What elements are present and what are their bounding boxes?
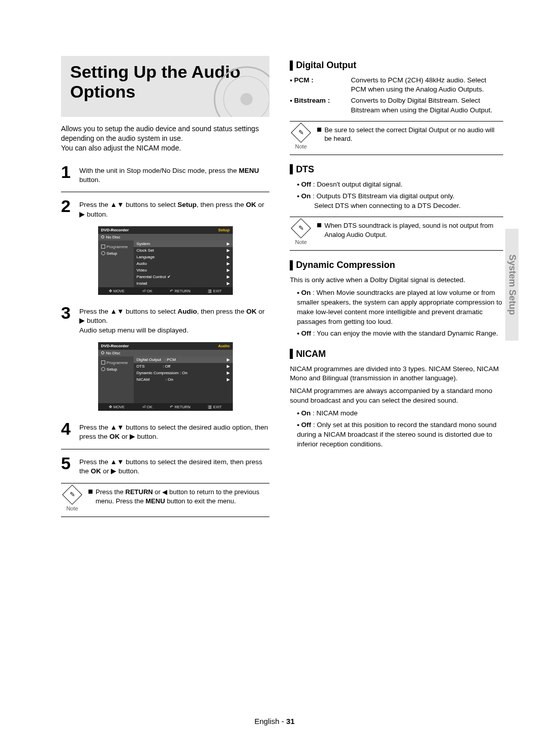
step-number: 3 [61, 304, 75, 335]
side-tab: System Setup [505, 229, 518, 341]
heading-dts: DTS [290, 164, 503, 175]
disc-status-icon [101, 235, 104, 238]
updown-icon: ▲▼ [110, 200, 124, 209]
heading-dynamic-compression: Dynamic Compression [290, 260, 503, 270]
osd-screenshot-audio: DVD-RecorderAudio No Disc Programme Setu… [98, 342, 233, 411]
heading-bar-icon [290, 349, 293, 359]
intro-text: Allows you to setup the audio device and… [61, 124, 269, 153]
note-label: Note [61, 505, 83, 512]
step-number: 5 [61, 455, 75, 476]
nicam-off: • Off : Only set at this position to rec… [290, 420, 503, 449]
step-1: 1 With the unit in Stop mode/No Disc mod… [61, 164, 269, 185]
note-return-menu: ✎ Note Press the RETURN or ◀ button to r… [61, 483, 269, 517]
note-icon: ✎ [62, 485, 82, 505]
dts-on: • On : Outputs DTS Bitstream via digital… [290, 192, 503, 211]
programme-icon [101, 245, 105, 249]
note-icon: ✎ [291, 219, 311, 239]
note-digital-output: ✎ Note Be sure to select the correct Dig… [290, 121, 503, 155]
exit-hint: ▥ EXIT [208, 289, 222, 293]
exit-hint: ▥ EXIT [208, 405, 222, 409]
dts-off: • Off : Doesn't output digital signal. [290, 180, 503, 190]
osd-sidebar: Programme Setup [98, 356, 134, 403]
right-column: Digital Output • PCM : Converts to PCM (… [290, 56, 503, 526]
dyn-off: • Off : You can enjoy the movie with the… [290, 329, 503, 339]
page-footer: English - 31 [0, 717, 549, 725]
step-4: 4 Press the ▲▼ buttons to select the des… [61, 421, 269, 442]
def-pcm: • PCM : Converts to PCM (2CH) 48kHz audi… [290, 76, 503, 94]
return-hint: ↶ RETURN [170, 289, 190, 293]
left-column: Setting Up the Audio Options Allows you … [61, 56, 269, 526]
move-hint: ✥ MOVE [109, 289, 125, 293]
heading-bar-icon [290, 164, 293, 174]
note-icon: ✎ [291, 123, 311, 143]
disc-status-icon [101, 351, 104, 354]
step-5: 5 Press the ▲▼ buttons to select the des… [61, 456, 269, 476]
svg-point-2 [240, 93, 253, 105]
step-body: Press the ▲▼ buttons to select the desir… [79, 421, 269, 442]
step-3: 3 Press the ▲▼ buttons to select Audio, … [61, 305, 269, 335]
note-label: Note [290, 143, 312, 150]
def-bitstream: • Bitstream : Converts to Dolby Digital … [290, 96, 503, 114]
nicam-p2: NICAM programmes are always accompanied … [290, 386, 503, 406]
note-label: Note [290, 238, 312, 246]
note-dts: ✎ Note When DTS soundtrack is played, so… [290, 217, 503, 251]
programme-icon [101, 360, 105, 365]
heading-nicam: NICAM [290, 349, 503, 359]
dyn-on: • On : When Movie soundtracks are played… [290, 288, 503, 327]
setup-icon [101, 251, 105, 255]
page: Setting Up the Audio Options Allows you … [0, 0, 549, 557]
nicam-on: • On : NICAM mode [290, 409, 503, 418]
updown-icon: ▲▼ [110, 423, 124, 432]
ok-hint: ⏎ OK [142, 289, 152, 293]
step-number: 4 [61, 420, 75, 442]
step-body: Press the ▲▼ buttons to select Audio, th… [79, 305, 269, 335]
osd-screenshot-setup: DVD-RecorderSetup No Disc Programme Setu… [98, 226, 233, 295]
bullet-square-icon [88, 490, 93, 494]
dyn-intro: This is only active when a Dolby Digital… [290, 276, 503, 285]
step-body: Press the ▲▼ buttons to select Setup, th… [79, 198, 269, 219]
updown-icon: ▲▼ [110, 458, 124, 467]
heading-digital-output: Digital Output [290, 60, 503, 71]
separator [61, 449, 269, 449]
setup-icon [101, 367, 105, 371]
nicam-p1: NICAM programmes are divided into 3 type… [290, 365, 503, 384]
bullet-square-icon [317, 223, 321, 227]
return-hint: ↶ RETURN [170, 405, 190, 409]
move-hint: ✥ MOVE [109, 405, 125, 409]
separator [61, 192, 269, 192]
bullet-square-icon [317, 128, 321, 132]
osd-sidebar: Programme Setup [98, 240, 134, 287]
osd-menu: System▶ Clock Set▶ Language▶ Audio▶ Vide… [134, 240, 233, 287]
disc-decoration-icon [208, 61, 269, 117]
osd-menu: Digital Output : PCM▶ DTS : Off▶ Dynamic… [134, 356, 233, 403]
heading-bar-icon [290, 260, 293, 270]
heading-bar-icon [290, 61, 293, 71]
step-number: 1 [61, 163, 75, 185]
step-body: With the unit in Stop mode/No Disc mode,… [79, 164, 269, 185]
ok-hint: ⏎ OK [142, 405, 152, 409]
updown-icon: ▲▼ [110, 307, 124, 316]
step-number: 2 [61, 197, 75, 219]
step-body: Press the ▲▼ buttons to select the desir… [79, 456, 269, 476]
step-2: 2 Press the ▲▼ buttons to select Setup, … [61, 198, 269, 219]
title-box: Setting Up the Audio Options [61, 56, 269, 117]
svg-point-0 [215, 67, 269, 117]
side-tab-label: System Setup [507, 254, 517, 315]
